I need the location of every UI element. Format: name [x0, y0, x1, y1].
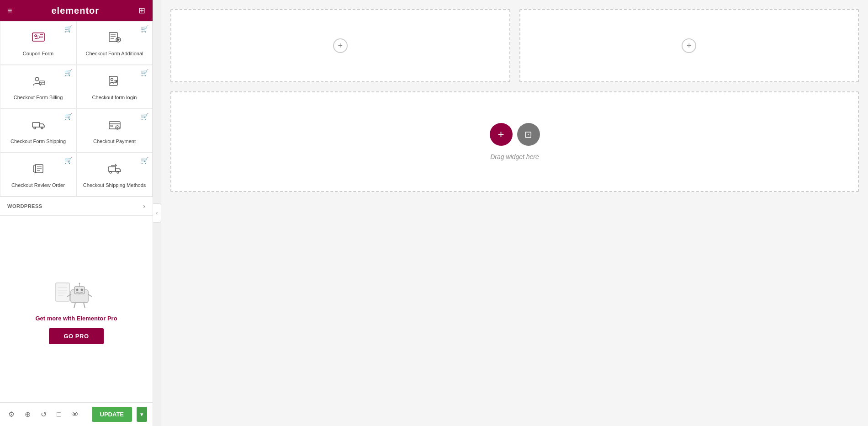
cart-badge-icon: 🛒 [64, 25, 72, 32]
widget-checkout-form-login[interactable]: 🛒 Checkout form login [76, 65, 153, 109]
checkout-form-login-icon [107, 74, 122, 91]
cart-badge-icon-8: 🛒 [141, 157, 148, 164]
plus-icon-right: + [687, 41, 692, 51]
layers-icon[interactable]: ⊕ [22, 407, 33, 421]
cart-badge-icon-4: 🛒 [141, 69, 148, 76]
checkout-form-billing-icon [31, 74, 46, 91]
update-arrow-button[interactable]: ▾ [137, 407, 147, 422]
go-pro-button[interactable]: GO PRO [49, 328, 103, 344]
drag-folder-icon: ⊡ [524, 129, 532, 140]
promo-text: Get more with Elementor Pro [35, 315, 117, 322]
widget-checkout-shipping-methods-label: Checkout Shipping Methods [83, 182, 146, 188]
cart-badge-icon-5: 🛒 [64, 113, 72, 120]
settings-icon[interactable]: ⚙ [5, 407, 17, 421]
cart-badge-icon-7: 🛒 [64, 157, 72, 164]
collapse-sidebar-button[interactable]: ‹ [153, 203, 161, 223]
checkout-form-additional-icon [107, 30, 122, 48]
svg-point-42 [81, 289, 83, 291]
main-canvas: + + + ⊡ Drag widget here [161, 0, 868, 426]
svg-line-47 [74, 303, 75, 308]
checkout-review-order-icon [31, 161, 46, 179]
history-icon[interactable]: ↺ [38, 407, 49, 421]
drag-hint-text: Drag widget here [490, 153, 539, 160]
svg-point-18 [111, 79, 113, 81]
wordpress-label: WORDPRESS [7, 203, 42, 209]
drag-folder-button[interactable]: ⊡ [517, 123, 540, 146]
coupon-form-icon [31, 30, 46, 48]
checkout-form-shipping-icon [31, 117, 46, 135]
checkout-payment-icon [107, 117, 122, 135]
promo-robot-illustration [53, 274, 99, 315]
plus-icon-left: + [338, 41, 343, 51]
widget-checkout-review-order[interactable]: 🛒 Checkout Review Order [0, 153, 76, 197]
sidebar: ≡ elementor ⊞ 🛒 Coupon Form 🛒 [0, 0, 153, 426]
update-button[interactable]: UPDATE [92, 407, 132, 422]
svg-rect-34 [56, 283, 69, 301]
widget-checkout-review-order-label: Checkout Review Order [11, 182, 65, 188]
menu-icon[interactable]: ≡ [7, 6, 12, 16]
widget-checkout-payment-label: Checkout Payment [93, 138, 136, 144]
drag-add-icon: + [498, 128, 504, 141]
widget-checkout-form-additional[interactable]: 🛒 Checkout Form Additional [76, 21, 153, 65]
svg-point-13 [35, 77, 39, 81]
widget-checkout-form-billing-label: Checkout Form Billing [14, 94, 63, 101]
svg-point-5 [37, 36, 40, 38]
svg-point-44 [79, 283, 80, 284]
svg-point-20 [34, 127, 36, 129]
widget-coupon-form-label: Coupon Form [23, 50, 53, 57]
add-section-right-button[interactable]: + [682, 38, 696, 53]
widget-checkout-form-login-label: Checkout form login [92, 94, 137, 101]
svg-rect-30 [108, 167, 116, 171]
widget-checkout-shipping-methods[interactable]: 🛒 Checkout Shipping Methods [76, 153, 153, 197]
drag-add-button[interactable]: + [490, 123, 513, 146]
svg-rect-19 [32, 122, 40, 127]
chevron-right-icon: › [143, 202, 145, 210]
preview-icon[interactable]: 👁 [69, 408, 81, 421]
widget-checkout-form-additional-label: Checkout Form Additional [86, 50, 143, 57]
grid-icon[interactable]: ⊞ [138, 5, 145, 16]
wordpress-section[interactable]: WORDPRESS › [0, 197, 153, 216]
svg-point-1 [35, 35, 37, 37]
responsive-icon[interactable]: □ [54, 408, 64, 421]
svg-point-32 [117, 171, 119, 173]
logo: elementor [51, 5, 99, 16]
svg-point-41 [76, 289, 79, 291]
collapse-icon: ‹ [156, 210, 158, 216]
cart-badge-icon-3: 🛒 [64, 69, 72, 76]
canvas-column-left[interactable]: + [170, 9, 510, 82]
svg-point-31 [110, 171, 111, 173]
pro-promo: Get more with Elementor Pro GO PRO [0, 216, 153, 402]
topbar: ≡ elementor ⊞ [0, 0, 153, 21]
cart-badge-icon-6: 🛒 [141, 113, 148, 120]
svg-point-21 [41, 127, 43, 129]
svg-rect-24 [111, 125, 113, 127]
cart-badge-icon-2: 🛒 [141, 25, 148, 32]
svg-line-48 [84, 303, 85, 308]
drag-actions: + ⊡ [490, 123, 540, 146]
bottombar: ⚙ ⊕ ↺ □ 👁 UPDATE ▾ [0, 402, 153, 426]
checkout-shipping-methods-icon [107, 161, 122, 179]
widget-checkout-form-billing[interactable]: 🛒 Checkout Form Billing [0, 65, 76, 109]
canvas-drag-zone: + ⊡ Drag widget here [170, 91, 859, 192]
svg-line-46 [88, 294, 92, 297]
widget-checkout-form-shipping-label: Checkout Form Shipping [11, 138, 66, 144]
add-section-left-button[interactable]: + [333, 38, 348, 53]
widget-checkout-form-shipping[interactable]: 🛒 Checkout Form Shipping [0, 109, 76, 153]
widget-grid: 🛒 Coupon Form 🛒 [0, 21, 153, 197]
widget-checkout-payment[interactable]: 🛒 Checkout Payment [76, 109, 153, 153]
canvas-top-row: + + [170, 9, 859, 82]
canvas-column-right[interactable]: + [519, 9, 859, 82]
widget-coupon-form[interactable]: 🛒 Coupon Form [0, 21, 76, 65]
